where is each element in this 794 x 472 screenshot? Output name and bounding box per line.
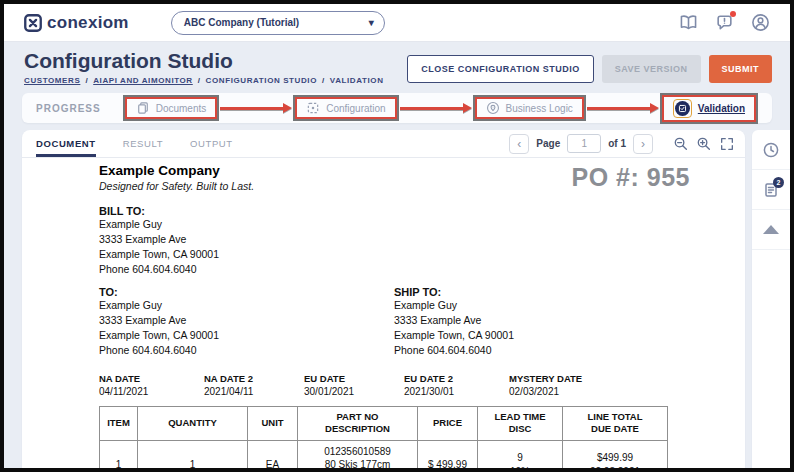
zoom-out-icon[interactable] — [673, 136, 689, 152]
date-field-na2: NA DATE 2 2021/04/11 — [204, 373, 304, 397]
previous-page-button[interactable]: ‹ — [509, 134, 529, 154]
address-line: Example Town, CA 90001 — [99, 247, 690, 262]
page-navigation: ‹ Page of 1 › — [509, 130, 735, 157]
col-item: ITEM — [100, 407, 138, 441]
progress-label: PROGRESS — [36, 103, 101, 114]
progress-step-configuration[interactable]: Configuration — [306, 101, 385, 115]
version-notes-icon[interactable]: 2 — [752, 170, 790, 210]
breadcrumb-validation: VALIDATION — [330, 76, 384, 85]
to-ship-row: TO: Example Guy 3333 Example Ave Example… — [99, 286, 690, 358]
brand-wordmark: conexiom — [47, 13, 129, 33]
tab-document[interactable]: DOCUMENT — [36, 130, 96, 157]
tab-output[interactable]: OUTPUT — [190, 130, 233, 157]
page-label: Page — [536, 138, 560, 149]
date-label: EU DATE — [304, 373, 404, 384]
progress-step-validation[interactable]: Validation — [673, 99, 745, 118]
annotation-box-configuration: Configuration — [295, 97, 396, 119]
address-line: Phone 604.604.6040 — [394, 343, 514, 358]
notifications-icon[interactable] — [715, 13, 734, 32]
dates-row: NA DATE 04/11/2021 NA DATE 2 2021/04/11 … — [99, 373, 690, 397]
documents-icon — [136, 101, 150, 115]
address-line: Example Town, CA 90001 — [99, 328, 394, 343]
date-label: NA DATE — [99, 373, 204, 384]
date-value: 2021/30/01 — [404, 386, 509, 397]
collapse-triangle-icon[interactable] — [752, 210, 790, 250]
address-line: 3333 Example Ave — [394, 313, 514, 328]
page-number-input[interactable] — [567, 134, 601, 153]
po-number: PO #: 955 — [572, 163, 690, 192]
step-label-documents: Documents — [156, 103, 207, 114]
cell-lead-time: 9 10% — [478, 440, 563, 468]
address-line: 3333 Example Ave — [99, 313, 394, 328]
validation-check-icon — [675, 101, 690, 116]
page-header: Configuration Studio CUSTOMERS / AIAPI A… — [4, 42, 790, 90]
address-line: Example Guy — [394, 298, 514, 313]
fullscreen-icon[interactable] — [719, 136, 735, 152]
next-page-button[interactable]: › — [633, 134, 653, 154]
configuration-icon — [306, 101, 320, 115]
date-field-mystery: MYSTERY DATE 02/03/2021 — [509, 373, 582, 397]
step-label-validation: Validation — [698, 103, 745, 114]
app-window: conexiom ABC Company (Tutorial) ▾ — [0, 0, 794, 472]
col-quantity: QUANTITY — [138, 407, 248, 441]
bill-to-label: BILL TO: — [99, 205, 690, 217]
breadcrumb: CUSTOMERS / AIAPI AND AIMONITOR / CONFIG… — [24, 76, 384, 85]
user-avatar-icon[interactable] — [751, 13, 770, 32]
progress-steps: Documents Configuration — [125, 95, 756, 122]
po-company-tagline: Designed for Safety. Built to Last. — [99, 180, 254, 192]
progress-step-business-logic[interactable]: Business Logic — [486, 101, 573, 115]
po-line-items-table: ITEM QUANTITY UNIT PART NO DESCRIPTION P… — [99, 406, 668, 468]
table-header-row: ITEM QUANTITY UNIT PART NO DESCRIPTION P… — [100, 407, 668, 441]
breadcrumb-customer-name[interactable]: AIAPI AND AIMONITOR — [93, 76, 193, 85]
close-configuration-studio-button[interactable]: CLOSE CONFIGURATION STUDIO — [407, 55, 593, 83]
conexiom-logo: conexiom — [24, 13, 129, 33]
cell-unit: EA — [248, 440, 298, 468]
company-selector-dropdown[interactable]: ABC Company (Tutorial) ▾ — [171, 11, 385, 35]
cell-item: 1 — [100, 440, 138, 468]
breadcrumb-customers[interactable]: CUSTOMERS — [24, 76, 80, 85]
cell-quantity: 1 — [138, 440, 248, 468]
date-field-eu: EU DATE 30/01/2021 — [304, 373, 404, 397]
date-value: 02/03/2021 — [509, 386, 582, 397]
tab-result[interactable]: RESULT — [123, 130, 163, 157]
viewer-tabs: DOCUMENT RESULT OUTPUT ‹ Page of 1 › — [22, 130, 745, 158]
col-part-no: PART NO DESCRIPTION — [298, 407, 418, 441]
step-label-business-logic: Business Logic — [506, 103, 573, 114]
breadcrumb-separator: / — [85, 76, 88, 85]
zoom-in-icon[interactable] — [696, 136, 712, 152]
cell-price: $ 499.99 — [418, 440, 478, 468]
documentation-book-icon[interactable] — [679, 13, 698, 32]
notes-count-badge: 2 — [773, 177, 784, 188]
progress-step-documents[interactable]: Documents — [136, 101, 207, 115]
col-lead-time: LEAD TIME DISC — [478, 407, 563, 441]
po-document: Example Company Designed for Safety. Bui… — [22, 158, 745, 468]
submit-button[interactable]: SUBMIT — [709, 55, 773, 83]
date-value: 30/01/2021 — [304, 386, 404, 397]
notification-dot — [730, 11, 736, 17]
table-row: 1 1 EA 012356010589 80 Skis 177cm Black … — [100, 440, 668, 468]
breadcrumb-separator: / — [322, 76, 325, 85]
po-header: Example Company Designed for Safety. Bui… — [99, 163, 690, 192]
address-line: Phone 604.604.6040 — [99, 262, 690, 277]
history-icon[interactable] — [752, 130, 790, 170]
document-viewer-panel: DOCUMENT RESULT OUTPUT ‹ Page of 1 › — [22, 130, 745, 468]
address-line: Phone 604.604.6040 — [99, 343, 394, 358]
annotation-arrow — [400, 103, 472, 113]
bill-to-block: BILL TO: Example Guy 3333 Example Ave Ex… — [99, 205, 690, 277]
annotation-arrow — [587, 103, 659, 113]
annotation-box-documents: Documents — [125, 97, 218, 119]
date-value: 04/11/2021 — [99, 386, 204, 397]
col-price: PRICE — [418, 407, 478, 441]
address-line: 3333 Example Ave — [99, 232, 690, 247]
cell-part-no: 012356010589 80 Skis 177cm Black color — [298, 440, 418, 468]
address-line: Example Town, CA 90001 — [394, 328, 514, 343]
page-title: Configuration Studio — [24, 49, 384, 73]
date-value: 2021/04/11 — [204, 386, 304, 397]
address-line: Example Guy — [99, 298, 394, 313]
right-toolbar: 2 — [752, 130, 790, 468]
breadcrumb-configuration-studio: CONFIGURATION STUDIO — [206, 76, 317, 85]
save-version-button[interactable]: SAVE VERSION — [602, 55, 701, 83]
cell-line-total: $499.99 02.03.2021 — [563, 440, 668, 468]
business-logic-pin-icon — [486, 101, 500, 115]
title-block: Configuration Studio CUSTOMERS / AIAPI A… — [24, 49, 384, 85]
